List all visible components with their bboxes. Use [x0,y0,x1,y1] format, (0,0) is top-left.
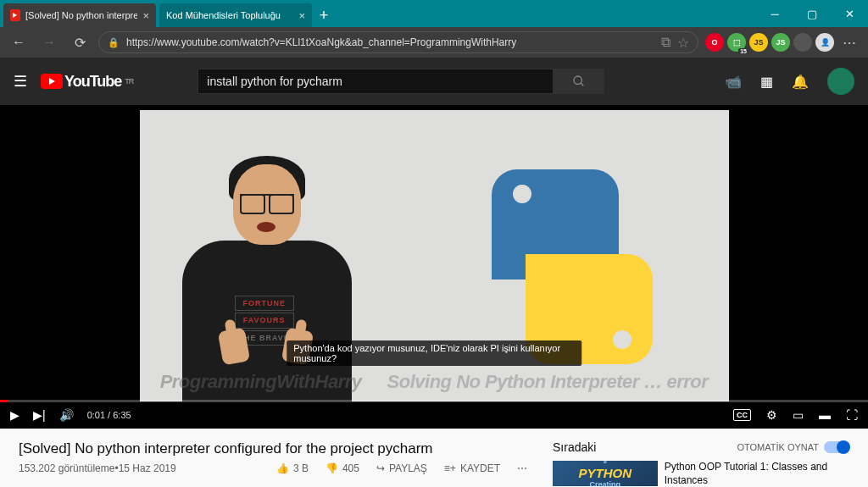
back-button[interactable]: ← [7,30,31,54]
theater-icon[interactable]: ▬ [819,408,831,422]
volume-icon[interactable]: 🔊 [59,408,74,422]
browser-titlebar: [Solved] No python interpreter c × Kod M… [0,0,868,27]
toggle-switch[interactable] [824,441,849,453]
next-thumbnail: »PYTHONCreating [553,461,658,486]
youtube-favicon [10,9,20,21]
next-video-title: Python OOP Tutorial 1: Classes and Insta… [665,461,849,487]
url-text: https://www.youtube.com/watch?v=KLl1tXoa… [126,36,516,48]
below-player: [Solved] No python interpreter configure… [0,429,868,487]
like-button[interactable]: 👍 3 B [271,462,314,474]
maximize-button[interactable]: ▢ [793,0,831,27]
autoplay-toggle[interactable]: OTOMATİK OYNAT [737,441,849,453]
publish-date: 15 Haz 2019 [119,462,176,474]
upnext-label: Sıradaki [553,440,596,454]
lock-icon: 🔒 [108,37,120,48]
secondary-column: Sıradaki OTOMATİK OYNAT »PYTHONCreating … [553,440,849,487]
caption-text: Python'da kod yazıyor musunuz, IDE'niz o… [287,340,581,366]
opera-icon[interactable]: O [705,33,724,52]
close-window-button[interactable]: ✕ [831,0,868,27]
video-watermark: ProgrammingWithHarrySolving No Python In… [140,371,729,393]
video-stage: FORTUNEFAVOURSTHE BRAVE Python'da kod ya… [0,105,868,429]
hamburger-icon[interactable]: ☰ [14,72,27,91]
video-player[interactable]: FORTUNEFAVOURSTHE BRAVE Python'da kod ya… [140,110,729,401]
next-button[interactable]: ▶| [33,408,46,422]
cc-button[interactable]: CC [733,409,751,421]
minimize-button[interactable]: ─ [756,0,793,27]
play-button[interactable]: ▶ [10,408,19,422]
star-icon[interactable]: ☆ [677,35,689,51]
fullscreen-icon[interactable]: ⛶ [846,408,858,422]
video-meta: 153.202 görüntüleme • 15 Haz 2019 👍 3 B … [19,462,532,474]
avatar[interactable] [827,68,854,95]
tab-title: Kod Mühendisleri Topluluğu [166,10,281,20]
browser-tab[interactable]: Kod Mühendisleri Topluluğu × [159,3,312,27]
close-tab-icon[interactable]: × [142,9,149,22]
player-controls: ▶ ▶| 🔊 0:01 / 6:35 CC ⚙ ▭ ▬ ⛶ [0,401,868,429]
progress-bar[interactable] [0,400,868,402]
ext-green-icon[interactable]: JS [771,33,790,52]
address-bar[interactable]: 🔒 https://www.youtube.com/watch?v=KLl1tX… [98,31,698,53]
reader-icon[interactable]: ⧉ [661,35,670,50]
more-actions-button[interactable]: ⋯ [512,462,532,474]
notifications-icon[interactable]: 🔔 [792,74,809,90]
forward-button[interactable]: → [37,30,61,54]
menu-icon[interactable]: ⋯ [837,30,861,54]
search-button[interactable] [554,69,604,94]
ext-badge-icon[interactable]: ⬚15 [727,33,746,52]
save-button[interactable]: ≡+ KAYDET [439,462,505,474]
apps-icon[interactable]: ▦ [760,74,773,90]
next-video-item[interactable]: »PYTHONCreating Python OOP Tutorial 1: C… [553,461,849,487]
search-input[interactable] [198,69,554,94]
youtube-logo[interactable]: YouTube TR [41,73,133,91]
brand-text: YouTube [64,73,121,91]
video-title: [Solved] No python interpreter configure… [19,440,532,457]
share-button[interactable]: ↪ PAYLAŞ [371,462,432,474]
browser-tab-active[interactable]: [Solved] No python interpreter c × [3,3,156,27]
view-count: 153.202 görüntüleme [19,462,114,474]
youtube-play-icon [41,74,63,89]
browser-toolbar: ← → ⟳ 🔒 https://www.youtube.com/watch?v=… [0,27,868,58]
tab-title: [Solved] No python interpreter c [25,10,137,20]
miniplayer-icon[interactable]: ▭ [793,408,804,422]
youtube-header: ☰ YouTube TR 📹 ▦ 🔔 [0,58,868,105]
dislike-button[interactable]: 👎 405 [320,462,364,474]
svg-point-0 [574,76,581,84]
refresh-button[interactable]: ⟳ [68,30,92,54]
ext-dark-icon[interactable] [793,33,812,52]
ext-js-icon[interactable]: JS [749,33,768,52]
create-icon[interactable]: 📹 [725,74,742,90]
search-icon [572,75,586,88]
region-code: TR [125,77,133,86]
profile-icon[interactable]: 👤 [815,33,834,52]
close-tab-icon[interactable]: × [298,9,305,22]
primary-info: [Solved] No python interpreter configure… [19,440,532,487]
new-tab-button[interactable]: + [312,3,336,27]
search-form [198,69,604,94]
extensions-row: O ⬚15 JS JS 👤 ⋯ [705,30,861,54]
svg-line-1 [581,83,583,86]
time-display: 0:01 / 6:35 [87,410,131,420]
settings-icon[interactable]: ⚙ [766,408,777,422]
